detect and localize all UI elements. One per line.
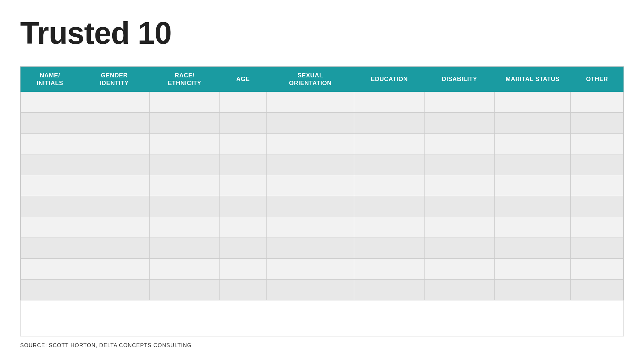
table-cell [219,113,266,134]
table-cell [267,196,354,217]
table-cell [149,280,219,300]
table-cell [219,238,266,259]
table-cell [149,154,219,175]
table-row [21,280,623,300]
table-cell [149,238,219,259]
table-cell [494,217,570,238]
table-cell [267,217,354,238]
table-cell [21,280,79,300]
table-cell [219,154,266,175]
table-cell [425,196,495,217]
table-cell [149,175,219,196]
table-cell [267,238,354,259]
table-cell [219,134,266,154]
table-cell [354,196,425,217]
table-cell [79,134,150,154]
table-cell [267,113,354,134]
table-cell [425,134,495,154]
table-cell [354,175,425,196]
table-cell [354,238,425,259]
table-cell [494,113,570,134]
table-header-row: NAME/INITIALS GENDERIDENTITY RACE/ETHNIC… [21,67,623,92]
table-cell [571,92,623,113]
table-cell [571,259,623,280]
table-cell [267,134,354,154]
table-row [21,175,623,196]
table-row [21,92,623,113]
table-cell [21,196,79,217]
table-cell [79,259,150,280]
table-cell [21,175,79,196]
table-cell [425,175,495,196]
table-cell [149,92,219,113]
table-cell [149,134,219,154]
table-cell [425,259,495,280]
table-row [21,259,623,280]
table-cell [571,113,623,134]
table-cell [267,175,354,196]
table-cell [21,238,79,259]
table-cell [425,113,495,134]
table-cell [354,280,425,300]
table-row [21,217,623,238]
table-cell [79,196,150,217]
col-header-sexual: SEXUALORIENTATION [267,67,354,92]
table-cell [494,196,570,217]
table-cell [494,259,570,280]
table-cell [571,134,623,154]
table-cell [219,92,266,113]
table-cell [21,113,79,134]
table-row [21,196,623,217]
table-cell [494,154,570,175]
table-cell [425,280,495,300]
table-cell [149,113,219,134]
table-cell [219,280,266,300]
table-cell [79,280,150,300]
table-cell [494,238,570,259]
table-cell [149,196,219,217]
table-cell [425,238,495,259]
col-header-age: AGE [219,67,266,92]
col-header-disability: DISABILITY [425,67,495,92]
table-cell [354,92,425,113]
table-cell [21,134,79,154]
table-cell [21,259,79,280]
table-cell [79,217,150,238]
table-cell [354,134,425,154]
table-cell [79,238,150,259]
table-cell [219,217,266,238]
table-cell [354,217,425,238]
table-row [21,113,623,134]
table-container: NAME/INITIALS GENDERIDENTITY RACE/ETHNIC… [20,66,624,336]
table-cell [425,154,495,175]
table-cell [494,280,570,300]
table-cell [219,196,266,217]
table-cell [571,238,623,259]
trusted-10-table: NAME/INITIALS GENDERIDENTITY RACE/ETHNIC… [21,67,623,300]
table-cell [219,259,266,280]
table-cell [219,175,266,196]
table-cell [267,259,354,280]
source-attribution: SOURCE: SCOTT HORTON, DELTA CONCEPTS CON… [20,342,624,349]
table-cell [354,154,425,175]
table-row [21,238,623,259]
table-cell [79,154,150,175]
table-cell [571,217,623,238]
page-wrapper: Trusted 10 NAME/INITIALS GENDERIDENTITY … [0,0,644,362]
col-header-gender: GENDERIDENTITY [79,67,150,92]
table-cell [21,154,79,175]
table-cell [571,154,623,175]
table-cell [21,92,79,113]
table-cell [571,175,623,196]
table-cell [494,175,570,196]
table-cell [267,92,354,113]
table-cell [571,280,623,300]
table-cell [571,196,623,217]
table-cell [494,92,570,113]
table-cell [21,217,79,238]
table-cell [354,259,425,280]
col-header-name: NAME/INITIALS [21,67,79,92]
col-header-other: OTHER [571,67,623,92]
table-cell [425,217,495,238]
table-row [21,154,623,175]
